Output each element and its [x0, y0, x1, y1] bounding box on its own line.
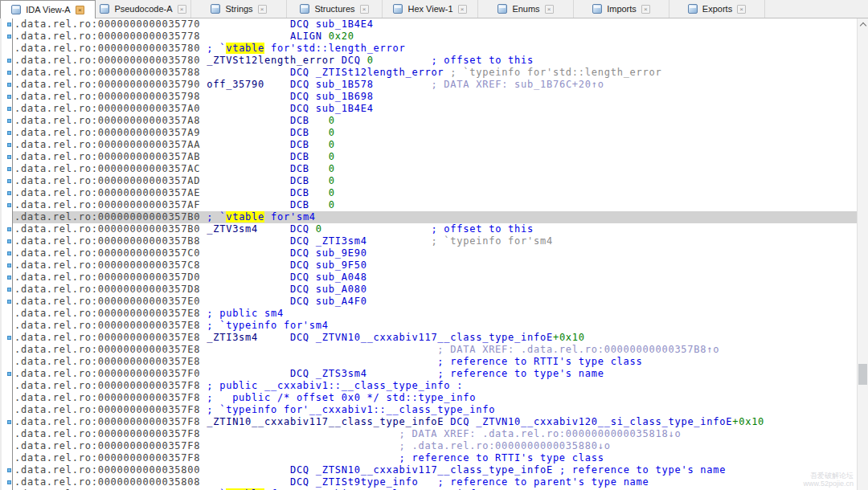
close-tab-icon[interactable]: × [458, 5, 467, 14]
line-marker-dot [7, 251, 11, 255]
asm-line[interactable]: .data.rel.ro:0000000000035780 ; `vtable … [13, 43, 857, 55]
strings-icon [211, 4, 220, 14]
asm-line[interactable]: .data.rel.ro:00000000000357F8 ; public /… [13, 392, 857, 404]
line-marker-dot [7, 95, 11, 99]
scroll-up-arrow-icon[interactable] [858, 18, 868, 31]
asm-line[interactable]: .data.rel.ro:00000000000357B8 DCQ _ZTI3s… [13, 235, 857, 247]
line-marker-dot [7, 288, 11, 292]
tab-imports[interactable]: Imports× [574, 0, 669, 18]
asm-line[interactable]: .data.rel.ro:00000000000357D8 DCQ sub_A0… [13, 284, 857, 296]
close-tab-icon[interactable]: × [76, 6, 84, 14]
vertical-scrollbar[interactable] [857, 18, 868, 490]
line-marker-dot [7, 468, 11, 472]
asm-line[interactable]: .data.rel.ro:00000000000357C8 DCQ sub_9F… [13, 259, 857, 272]
asm-line[interactable]: .data.rel.ro:00000000000357D0 DCQ sub_A0… [13, 272, 857, 284]
asm-line[interactable]: .data.rel.ro:00000000000357E8 ; DATA XRE… [13, 344, 857, 356]
asm-line[interactable]: .data.rel.ro:00000000000357E8 ; `typeinf… [13, 320, 857, 332]
asm-line[interactable]: .data.rel.ro:00000000000357C0 DCQ sub_9E… [13, 247, 857, 259]
asm-line-selected[interactable]: .data.rel.ro:00000000000357B0 ; `vtable … [13, 211, 857, 223]
imports-icon [592, 4, 602, 14]
line-marker-dot [7, 480, 11, 484]
close-tab-icon[interactable]: × [360, 5, 369, 14]
line-marker-dot [7, 107, 11, 111]
asm-line[interactable]: .data.rel.ro:0000000000035798 DCQ sub_1B… [13, 91, 857, 103]
line-marker-dot [7, 227, 11, 231]
asm-line[interactable]: .data.rel.ro:00000000000357E8 ; public s… [13, 308, 857, 320]
line-marker-dot [7, 119, 11, 123]
asm-line[interactable]: .data.rel.ro:0000000000035800 DCQ _ZTSN1… [13, 464, 857, 476]
asm-line[interactable]: .data.rel.ro:0000000000035790 off_35790 … [13, 79, 857, 91]
line-marker-dot [7, 263, 11, 267]
tab-label: IDA View-A [26, 5, 70, 14]
line-marker-dot [7, 131, 11, 135]
asm-line[interactable]: .data.rel.ro:00000000000357E8 ; referenc… [13, 356, 857, 368]
line-marker-dot [7, 155, 11, 159]
line-marker-dot [7, 83, 11, 87]
tab-label: Strings [225, 4, 252, 14]
asm-line[interactable]: .data.rel.ro:00000000000357AF DCB 0 [13, 199, 857, 211]
asm-line[interactable]: .data.rel.ro:00000000000357A0 DCQ sub_1B… [13, 103, 857, 115]
asm-line[interactable]: .data.rel.ro:00000000000357E0 DCQ sub_A4… [13, 296, 857, 308]
line-marker-dot [7, 35, 11, 39]
structures-icon [300, 4, 309, 14]
scrollbar-thumb[interactable] [858, 364, 867, 385]
enums-icon [497, 4, 507, 14]
disassembly-listing[interactable]: .data.rel.ro:0000000000035770 DCQ sub_1B… [0, 18, 857, 490]
line-marker-dot [7, 276, 11, 280]
close-tab-icon[interactable]: × [545, 5, 554, 14]
asm-line[interactable]: .data.rel.ro:00000000000357F8 ; `typeinf… [13, 404, 857, 416]
tab-label: Imports [607, 4, 637, 14]
line-marker-dot [7, 420, 11, 424]
asm-line[interactable]: .data.rel.ro:00000000000357F8 ; referenc… [13, 452, 857, 464]
asm-line[interactable]: .data.rel.ro:00000000000357A9 DCB 0 [13, 127, 857, 139]
line-marker-dot [7, 143, 11, 147]
asm-line[interactable]: .data.rel.ro:00000000000357AE DCB 0 [13, 187, 857, 199]
exports-icon [688, 4, 698, 14]
close-tab-icon[interactable]: × [641, 5, 650, 14]
asm-line[interactable]: .data.rel.ro:00000000000357A8 DCB 0 [13, 115, 857, 127]
asm-line[interactable]: .data.rel.ro:00000000000357AC DCB 0 [13, 163, 857, 175]
close-tab-icon[interactable]: × [178, 5, 186, 14]
tab-label: Enums [512, 4, 539, 14]
tab-exports[interactable]: Exports× [669, 0, 765, 18]
tab-label: Exports [702, 4, 732, 14]
tab-strings[interactable]: Strings× [191, 0, 287, 18]
asm-line[interactable]: .data.rel.ro:0000000000035788 DCQ _ZTISt… [13, 67, 857, 79]
asm-line[interactable]: .data.rel.ro:00000000000357AB DCB 0 [13, 151, 857, 163]
tab-hex-view-1[interactable]: Hex View-1× [383, 0, 478, 18]
asm-line[interactable]: .data.rel.ro:0000000000035770 DCQ sub_1B… [13, 18, 857, 31]
pseudocode-icon [100, 4, 109, 14]
line-marker-dot [7, 22, 11, 27]
line-marker-dot [7, 239, 11, 243]
asm-line[interactable]: .data.rel.ro:00000000000357F0 DCQ _ZTS3s… [13, 368, 857, 380]
close-tab-icon[interactable]: × [737, 5, 746, 14]
asm-line[interactable]: .data.rel.ro:0000000000035780 _ZTVSt12le… [13, 55, 857, 67]
asm-line[interactable]: .data.rel.ro:00000000000357B0 _ZTV3sm4 D… [13, 223, 857, 235]
line-marker-dot [7, 372, 11, 376]
tab-structures[interactable]: Structures× [287, 0, 383, 18]
asm-line[interactable]: .data.rel.ro:00000000000357F8 ; .data.re… [13, 440, 857, 452]
line-marker-dot [7, 59, 11, 63]
asm-line[interactable]: .data.rel.ro:00000000000357AA DCB 0 [13, 139, 857, 151]
asm-line[interactable]: .data.rel.ro:00000000000357F8 ; DATA XRE… [13, 428, 857, 440]
asm-line[interactable]: .data.rel.ro:00000000000357AD DCB 0 [13, 175, 857, 187]
asm-line[interactable]: .data.rel.ro:00000000000357E8 _ZTI3sm4 D… [13, 332, 857, 344]
tab-bar: IDA View-A×Pseudocode-A×Strings×Structur… [0, 0, 868, 18]
line-marker-dot [7, 336, 11, 340]
line-marker-dot [7, 167, 11, 171]
line-marker-dot [7, 71, 11, 75]
tab-pseudocode-a[interactable]: Pseudocode-A× [96, 0, 191, 18]
tab-enums[interactable]: Enums× [478, 0, 574, 18]
ida-view-icon [11, 5, 21, 14]
tab-label: Structures [314, 4, 354, 14]
asm-line[interactable]: .data.rel.ro:00000000000357F8 _ZTIN10__c… [13, 416, 857, 428]
tab-label: Hex View-1 [407, 4, 452, 14]
asm-line[interactable]: .data.rel.ro:0000000000035808 DCQ _ZTISt… [13, 476, 857, 488]
line-marker-dot [7, 203, 11, 207]
tab-ida-view-a[interactable]: IDA View-A× [0, 0, 96, 18]
tab-label: Pseudocode-A [114, 4, 172, 14]
asm-line[interactable]: .data.rel.ro:00000000000357F8 ; public _… [13, 380, 857, 392]
asm-line[interactable]: .data.rel.ro:0000000000035778 ALIGN 0x20 [13, 31, 857, 43]
hex-view-icon [393, 4, 403, 14]
close-tab-icon[interactable]: × [258, 5, 267, 14]
